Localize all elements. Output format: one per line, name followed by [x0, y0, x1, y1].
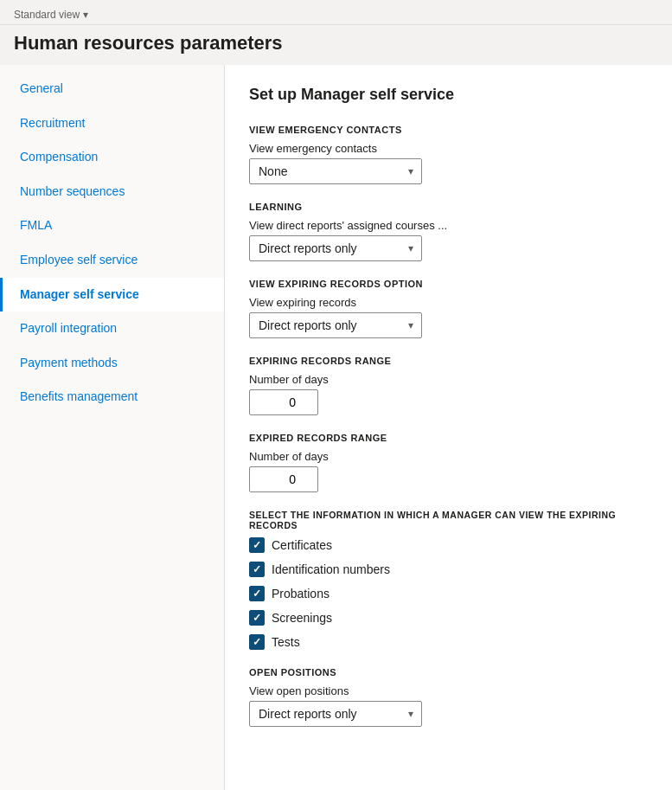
open-positions-dropdown[interactable]: None Direct reports only All reports [249, 701, 422, 727]
open-positions-group: OPEN POSITIONS View open positions None … [249, 667, 648, 727]
sidebar-item-employee-self-service[interactable]: Employee self service [0, 243, 224, 278]
checkbox-probations-label: Probations [272, 587, 330, 601]
view-emergency-contacts-dropdown[interactable]: None Direct reports only All reports [249, 158, 422, 184]
checkbox-probations[interactable]: ✓ Probations [249, 586, 648, 601]
checkbox-screenings-check-icon: ✓ [253, 613, 261, 623]
checkbox-probations-check-icon: ✓ [253, 588, 261, 599]
checkbox-tests-label: Tests [272, 635, 300, 649]
view-expiring-records-label: View expiring records [249, 296, 648, 309]
sidebar-item-compensation[interactable]: Compensation [0, 140, 224, 175]
checkbox-identification-numbers-check-icon: ✓ [253, 564, 261, 575]
expiring-records-range-label-upper: EXPIRING RECORDS RANGE [249, 356, 648, 366]
content-section-title: Set up Manager self service [249, 86, 648, 104]
learning-dropdown[interactable]: None Direct reports only All reports [249, 235, 422, 261]
expired-records-range-label: Number of days [249, 450, 648, 463]
checkbox-tests[interactable]: ✓ Tests [249, 634, 648, 650]
sidebar-item-benefits-management[interactable]: Benefits management [0, 380, 224, 414]
checkbox-identification-numbers-box: ✓ [249, 562, 265, 577]
expired-records-range-input[interactable] [249, 466, 318, 492]
sidebar-item-manager-self-service[interactable]: Manager self service [0, 278, 224, 312]
view-expiring-records-label-upper: VIEW EXPIRING RECORDS OPTION [249, 279, 648, 289]
checkbox-identification-numbers[interactable]: ✓ Identification numbers [249, 562, 648, 577]
checkbox-tests-box: ✓ [249, 634, 265, 650]
sidebar-item-payment-methods[interactable]: Payment methods [0, 346, 224, 381]
standard-view-dropdown[interactable]: Standard view ▾ [14, 9, 88, 21]
expiring-records-range-input[interactable] [249, 389, 318, 415]
chevron-down-icon: ▾ [83, 9, 88, 21]
standard-view-label: Standard view [14, 9, 80, 21]
checkbox-certificates[interactable]: ✓ Certificates [249, 537, 648, 553]
select-information-group: SELECT THE INFORMATION IN WHICH A MANAGE… [249, 510, 648, 650]
view-emergency-contacts-dropdown-wrapper: None Direct reports only All reports ▾ [249, 158, 422, 184]
learning-group: LEARNING View direct reports' assigned c… [249, 202, 648, 261]
view-emergency-contacts-label: View emergency contacts [249, 142, 648, 155]
checkbox-probations-box: ✓ [249, 586, 265, 601]
expired-records-range-label-upper: EXPIRED RECORDS RANGE [249, 433, 648, 443]
checkbox-screenings-box: ✓ [249, 610, 265, 626]
open-positions-label-upper: OPEN POSITIONS [249, 667, 648, 678]
learning-label-upper: LEARNING [249, 202, 648, 212]
checkbox-certificates-box: ✓ [249, 537, 265, 553]
checkbox-certificates-label: Certificates [272, 538, 332, 552]
view-expiring-records-dropdown-wrapper: None Direct reports only All reports ▾ [249, 312, 422, 338]
sidebar-item-number-sequences[interactable]: Number sequences [0, 175, 224, 209]
learning-dropdown-wrapper: None Direct reports only All reports ▾ [249, 235, 422, 261]
checkboxes-container: ✓ Certificates ✓ Identification numbers … [249, 537, 648, 650]
sidebar-item-fmla[interactable]: FMLA [0, 209, 224, 243]
view-emergency-contacts-label-upper: VIEW EMERGENCY CONTACTS [249, 125, 648, 135]
view-emergency-contacts-group: VIEW EMERGENCY CONTACTS View emergency c… [249, 125, 648, 184]
checkbox-identification-numbers-label: Identification numbers [272, 562, 390, 576]
learning-label: View direct reports' assigned courses ..… [249, 219, 648, 232]
sidebar-item-general[interactable]: General [0, 72, 224, 106]
view-expiring-records-dropdown[interactable]: None Direct reports only All reports [249, 312, 422, 338]
open-positions-label: View open positions [249, 684, 648, 697]
sidebar-item-recruitment[interactable]: Recruitment [0, 106, 224, 141]
page-title: Human resources parameters [0, 25, 672, 65]
open-positions-dropdown-wrapper: None Direct reports only All reports ▾ [249, 701, 422, 727]
checkbox-certificates-check-icon: ✓ [253, 540, 261, 550]
checkbox-screenings-label: Screenings [272, 611, 332, 625]
checkbox-tests-check-icon: ✓ [253, 637, 261, 647]
content-area: Set up Manager self service VIEW EMERGEN… [225, 65, 672, 790]
view-expiring-records-group: VIEW EXPIRING RECORDS OPTION View expiri… [249, 279, 648, 338]
expiring-records-range-label: Number of days [249, 373, 648, 386]
checkbox-screenings[interactable]: ✓ Screenings [249, 610, 648, 626]
expired-records-range-group: EXPIRED RECORDS RANGE Number of days [249, 433, 648, 492]
sidebar: GeneralRecruitmentCompensationNumber seq… [0, 65, 225, 790]
select-information-label-upper: SELECT THE INFORMATION IN WHICH A MANAGE… [249, 510, 648, 530]
expiring-records-range-group: EXPIRING RECORDS RANGE Number of days [249, 356, 648, 415]
sidebar-item-payroll-integration[interactable]: Payroll integration [0, 312, 224, 346]
